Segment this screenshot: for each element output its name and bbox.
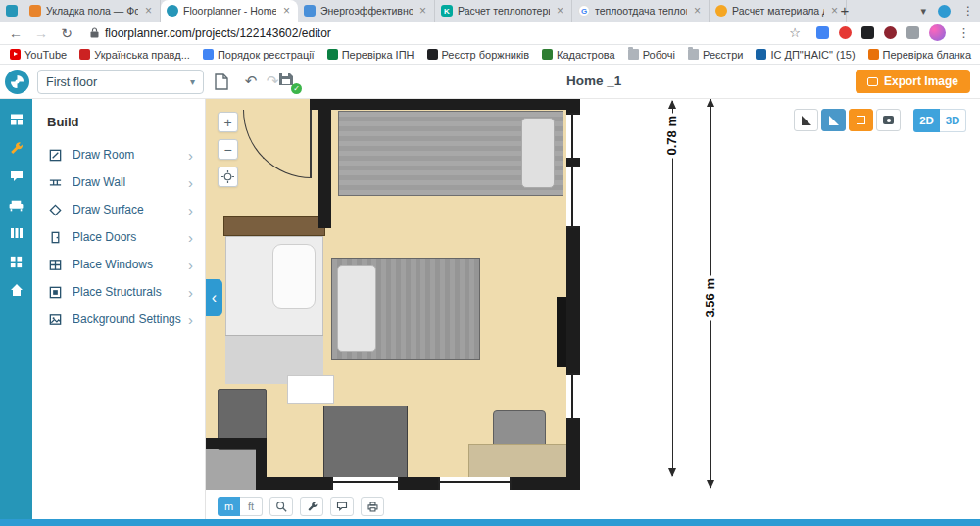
floors-panels-icon[interactable]	[7, 110, 26, 129]
forward-icon[interactable]: →	[33, 25, 49, 41]
wardrobe[interactable]	[323, 406, 408, 478]
view-3d-button[interactable]: 3D	[940, 109, 966, 132]
bookmark-item[interactable]: YouTube	[10, 49, 67, 61]
tab-close-icon[interactable]: ×	[281, 4, 292, 18]
unit-metric-button[interactable]: m	[218, 497, 240, 516]
new-tab-button[interactable]: +	[835, 1, 855, 21]
magnifier-button[interactable]	[270, 497, 293, 516]
collapse-panel-button[interactable]: ‹	[206, 279, 222, 316]
extension-icon[interactable]	[816, 26, 829, 39]
extension-icon[interactable]	[839, 26, 852, 39]
furniture-sofa-icon[interactable]	[7, 195, 26, 215]
tab-close-icon[interactable]: ×	[143, 4, 154, 18]
zoom-fit-button[interactable]	[218, 167, 238, 187]
window[interactable]	[566, 373, 580, 420]
nightstand[interactable]	[287, 375, 334, 404]
browser-tab[interactable]: Энергоэффективность окн ×	[298, 0, 435, 22]
undo-icon[interactable]: ↶	[241, 72, 261, 91]
window[interactable]	[331, 477, 400, 490]
tab-close-icon[interactable]: ×	[555, 4, 565, 18]
bookmark-item[interactable]: Порядок реєстрації	[203, 49, 315, 61]
new-document-icon[interactable]	[212, 72, 231, 91]
browser-profile-icon[interactable]	[938, 5, 951, 18]
panel-item-draw-wall[interactable]: Draw Wall ›	[32, 168, 205, 196]
bookmark-item[interactable]: Реєстр боржників	[427, 49, 530, 61]
browser-tab[interactable]: G теплоотдача теплого пола ×	[572, 0, 710, 22]
browser-tab[interactable]: K Расчет теплопотерь дома, ×	[435, 0, 572, 22]
reload-icon[interactable]: ↻	[59, 25, 74, 41]
bookmark-item[interactable]: ІС ДП"НАІС" (15)	[756, 49, 855, 61]
view-option-textured-button[interactable]	[849, 109, 873, 131]
view-option-shaded-button[interactable]	[821, 109, 846, 131]
view-2d-button[interactable]: 2D	[913, 109, 940, 132]
tab-close-icon[interactable]: ×	[692, 4, 703, 18]
arrow-up-icon	[707, 99, 714, 107]
bookmark-star-icon[interactable]: ☆	[789, 25, 801, 40]
bookmark-item[interactable]: Перевірка ІПН	[327, 49, 415, 61]
panel-item-draw-room[interactable]: Draw Room ›	[32, 141, 205, 168]
bed-headboard[interactable]	[223, 216, 325, 236]
tab-search-icon[interactable]: ▾	[920, 5, 926, 18]
pillow[interactable]	[272, 244, 316, 309]
door-leaf[interactable]	[310, 110, 312, 178]
surfaces-icon[interactable]	[7, 223, 26, 243]
chevron-right-icon: ›	[188, 312, 193, 327]
build-wrench-icon[interactable]	[7, 138, 26, 158]
extension-icon[interactable]	[861, 26, 874, 39]
zoom-in-button[interactable]: +	[218, 112, 238, 132]
export-image-button[interactable]: Export Image	[856, 70, 970, 93]
bookmark-label: Перевірка ІПН	[342, 49, 415, 61]
browser-menu-icon[interactable]: ⋮	[956, 25, 972, 40]
comments-icon[interactable]	[7, 167, 26, 186]
pinned-tab[interactable]	[0, 0, 24, 22]
bookmark-folder[interactable]: Робочі	[628, 49, 675, 61]
window[interactable]	[566, 166, 580, 228]
tab-title: Укладка пола — Форум До	[46, 5, 138, 17]
floorplan-canvas[interactable]: 0.78 m 3.56 m + − ‹ 2D 3D	[206, 99, 980, 519]
pillow[interactable]	[521, 118, 555, 188]
tab-strip-menu-icon[interactable]: ⋮	[962, 4, 974, 18]
chevron-right-icon: ›	[188, 285, 193, 300]
bookmark-label: Українська правд...	[94, 49, 190, 61]
zoom-out-button[interactable]: −	[218, 139, 238, 160]
wall-jog[interactable]	[256, 438, 267, 490]
extension-icon[interactable]	[884, 26, 897, 39]
bookmark-item[interactable]: Українська правд...	[79, 49, 190, 61]
browser-tab[interactable]: Укладка пола — Форум До ×	[24, 0, 161, 22]
dimension-label: 3.56 m	[703, 275, 717, 320]
bookmark-item[interactable]: Перевірка бланка	[868, 49, 971, 61]
panel-item-place-windows[interactable]: Place Windows ›	[32, 251, 205, 278]
floor-selector-dropdown[interactable]: First floor ▾	[37, 70, 204, 94]
extensions-puzzle-icon[interactable]	[906, 26, 919, 39]
bookmark-folder[interactable]: Реєстри	[688, 49, 743, 61]
tools-wrench-button[interactable]	[300, 497, 323, 516]
unit-imperial-button[interactable]: ft	[240, 497, 263, 516]
window[interactable]	[566, 113, 580, 160]
panel-item-place-structurals[interactable]: Place Structurals ›	[32, 278, 205, 306]
view-option-corner-button[interactable]	[794, 109, 818, 131]
panel-item-background-settings[interactable]: Background Settings ›	[32, 306, 205, 333]
pillow[interactable]	[337, 265, 376, 352]
view-option-snapshot-button[interactable]	[876, 109, 901, 131]
window[interactable]	[438, 477, 512, 490]
print-button[interactable]	[361, 497, 384, 516]
comment-button[interactable]	[330, 497, 354, 516]
panel-item-place-doors[interactable]: Place Doors ›	[32, 223, 205, 251]
browser-tab[interactable]: Расчет материала для вод ×	[710, 0, 847, 22]
save-status-icon[interactable]: ✓	[277, 71, 299, 92]
tab-close-icon[interactable]: ×	[417, 4, 428, 18]
wall-top[interactable]	[310, 99, 580, 110]
wall-bottom[interactable]	[257, 477, 580, 490]
panel-item-draw-surface[interactable]: Draw Surface ›	[32, 196, 205, 223]
hallway-floor[interactable]	[206, 449, 256, 490]
back-icon[interactable]: ←	[8, 25, 24, 41]
rooms-home-icon[interactable]	[7, 280, 26, 300]
url-bar[interactable]: floorplanner.com/projects/122143602/edit…	[84, 24, 807, 43]
browser-tab-active[interactable]: Floorplanner - Home _1 ×	[161, 0, 298, 22]
textures-grid-icon[interactable]	[7, 252, 26, 271]
bookmark-item[interactable]: Кадастрова	[542, 49, 615, 61]
floorplanner-logo-icon[interactable]	[5, 70, 29, 94]
dimension-label: 0.78 m	[664, 113, 679, 158]
profile-avatar[interactable]	[929, 24, 946, 41]
wall-interior[interactable]	[318, 99, 331, 228]
